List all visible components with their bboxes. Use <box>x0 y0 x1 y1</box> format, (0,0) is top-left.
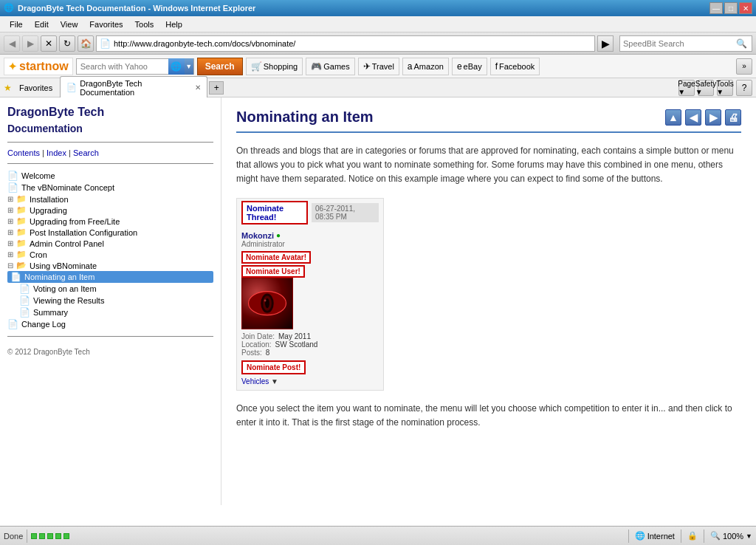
sidebar-item-results[interactable]: 📄 Viewing the Results <box>7 295 213 306</box>
content-top-button[interactable]: ▲ <box>665 109 681 126</box>
content-body-2: Once you select the item you want to nom… <box>236 402 741 430</box>
yahoo-search-input[interactable] <box>77 62 168 71</box>
sidebar-item-cron[interactable]: ⊞ 📁 Cron <box>7 249 213 260</box>
doc-icon: 📄 <box>19 295 30 306</box>
address-input[interactable] <box>114 39 591 48</box>
tree-collapse-icon: ⊟ <box>7 261 13 270</box>
sidebar-item-upgrading[interactable]: ⊞ 📁 Upgrading <box>7 205 213 216</box>
content-prev-button[interactable]: ◀ <box>685 109 701 126</box>
travel-label: Travel <box>372 62 394 71</box>
games-icon: 🎮 <box>311 61 322 72</box>
menu-view[interactable]: View <box>55 18 84 30</box>
sidebar-item-upgrading-free[interactable]: ⊞ 📁 Upgrading from Free/Lite <box>7 216 213 227</box>
yahoo-search: 🌐 ▼ <box>76 58 194 75</box>
nominate-avatar-button[interactable]: Nominate Avatar! <box>241 251 311 264</box>
minimize-button[interactable]: — <box>709 2 723 14</box>
sidebar-divider <box>7 142 213 143</box>
sidebar: DragonByte Tech Documentation Contents |… <box>0 97 221 505</box>
sidebar-item-summary[interactable]: 📄 Summary <box>7 306 213 318</box>
tab-close-icon[interactable]: ✕ <box>195 83 201 92</box>
sidebar-item-voting[interactable]: 📄 Voting on an Item <box>7 283 213 295</box>
stop-button[interactable]: ✕ <box>41 35 57 52</box>
svg-point-4 <box>264 299 267 301</box>
content-print-button[interactable]: 🖨 <box>725 109 741 126</box>
games-link[interactable]: 🎮 Games <box>306 58 354 75</box>
sidebar-item-welcome[interactable]: 📄 Welcome <box>7 170 213 182</box>
amazon-label: Amazon <box>414 62 444 71</box>
yahoo-dropdown-button[interactable]: ▼ <box>185 58 193 75</box>
active-tab[interactable]: 📄 DragonByte Tech Documentation ✕ <box>60 76 207 100</box>
address-icon: 📄 <box>100 38 111 49</box>
toolbar: ✦ startnow 🌐 ▼ Search 🛒 Shopping 🎮 Games… <box>0 55 756 78</box>
content-area: Nominating an Item ▲ ◀ ▶ 🖨 On threads an… <box>221 97 756 505</box>
shopping-link[interactable]: 🛒 Shopping <box>246 58 303 75</box>
sidebar-item-admin-panel[interactable]: ⊞ 📁 Admin Control Panel <box>7 238 213 249</box>
location-value: SW Scotland <box>275 340 318 349</box>
content-body-1: On threads and blogs that are in categor… <box>236 144 741 187</box>
tab-bar-right: Page ▼ Safety ▼ Tools ▼ ? <box>678 80 752 96</box>
join-label: Join Date: <box>241 332 275 340</box>
menu-help[interactable]: Help <box>159 18 188 30</box>
address-bar-container: 📄 <box>96 35 595 52</box>
sidebar-item-nominating[interactable]: 📄 Nominating an Item <box>7 271 213 283</box>
close-button[interactable]: ✕ <box>739 2 752 14</box>
amazon-link[interactable]: a Amazon <box>402 58 449 75</box>
refresh-button[interactable]: ↻ <box>59 35 75 52</box>
window-controls: — □ ✕ <box>709 2 752 14</box>
join-value: May 2011 <box>278 332 311 340</box>
startnow-text: startnow <box>19 60 69 73</box>
sidebar-item-using[interactable]: ⊟ 📂 Using vBNominate <box>7 260 213 271</box>
sidebar-item-label: Welcome <box>21 171 55 180</box>
help-button[interactable]: ? <box>736 80 752 96</box>
travel-link[interactable]: ✈ Travel <box>358 58 399 75</box>
post-body: Mokonzi ● Administrator Nominate Avatar!… <box>237 227 383 390</box>
content-next-button[interactable]: ▶ <box>705 109 721 126</box>
menu-edit[interactable]: Edit <box>29 18 55 30</box>
maximize-button[interactable]: □ <box>724 2 738 14</box>
vehicles-link[interactable]: Vehicles <box>241 377 269 385</box>
toolbar-right: » <box>736 58 752 75</box>
tree-expand-icon: ⊞ <box>7 206 13 214</box>
sidebar-item-installation[interactable]: ⊞ 📁 Installation <box>7 193 213 205</box>
posts-value: 8 <box>266 349 270 357</box>
nominate-post-button[interactable]: Nominate Post! <box>241 360 306 374</box>
shopping-label: Shopping <box>264 62 298 71</box>
sidebar-title: DragonByte Tech <box>7 105 213 119</box>
sidebar-item-concept[interactable]: 📄 The vBNominate Concept <box>7 182 213 193</box>
location-label: Location: <box>241 340 272 349</box>
folder-icon: 📁 <box>16 239 27 248</box>
tree-expand-icon: ⊞ <box>7 217 13 225</box>
tools-dropdown-button[interactable]: Tools ▼ <box>717 80 733 96</box>
search-input[interactable] <box>623 39 734 48</box>
folder-icon: 📁 <box>16 205 27 215</box>
search-go-button[interactable]: 🔍 <box>734 36 749 51</box>
go-button[interactable]: ▶ <box>597 35 614 52</box>
safety-button[interactable]: Safety ▼ <box>698 80 714 96</box>
facebook-link[interactable]: f Facebook <box>490 58 540 75</box>
menu-favorites[interactable]: Favorites <box>83 18 128 30</box>
nav-search-link[interactable]: Search <box>73 148 99 157</box>
yahoo-globe-button[interactable]: 🌐 <box>168 58 185 75</box>
ebay-label: eBay <box>464 62 482 71</box>
search-button[interactable]: Search <box>197 58 243 75</box>
nominate-user-button[interactable]: Nominate User! <box>241 265 305 278</box>
back-button[interactable]: ◀ <box>4 35 20 52</box>
sidebar-item-changelog[interactable]: 📄 Change Log <box>7 318 213 330</box>
toolbar-more-button[interactable]: » <box>736 58 752 75</box>
main-area: DragonByte Tech Documentation Contents |… <box>0 97 756 505</box>
nav-contents-link[interactable]: Contents <box>7 148 40 157</box>
page-button[interactable]: Page ▼ <box>678 80 695 96</box>
favorites-button[interactable]: Favorites <box>13 82 58 94</box>
menu-tools[interactable]: Tools <box>129 18 160 30</box>
nominate-thread-button[interactable]: Nominate Thread! <box>241 201 308 224</box>
search-bar-container: 🔍 <box>619 35 752 52</box>
ebay-link[interactable]: e eBay <box>452 58 487 75</box>
sidebar-item-post-install[interactable]: ⊞ 📁 Post Installation Configuration <box>7 227 213 238</box>
post-user-role: Administrator <box>241 240 317 248</box>
forward-button[interactable]: ▶ <box>22 35 38 52</box>
post-date: 06-27-2011, 08:35 PM <box>312 203 379 222</box>
new-tab-button[interactable]: + <box>209 81 224 95</box>
home-button[interactable]: 🏠 <box>78 35 94 52</box>
nav-index-link[interactable]: Index <box>47 148 66 157</box>
menu-file[interactable]: File <box>4 18 29 30</box>
